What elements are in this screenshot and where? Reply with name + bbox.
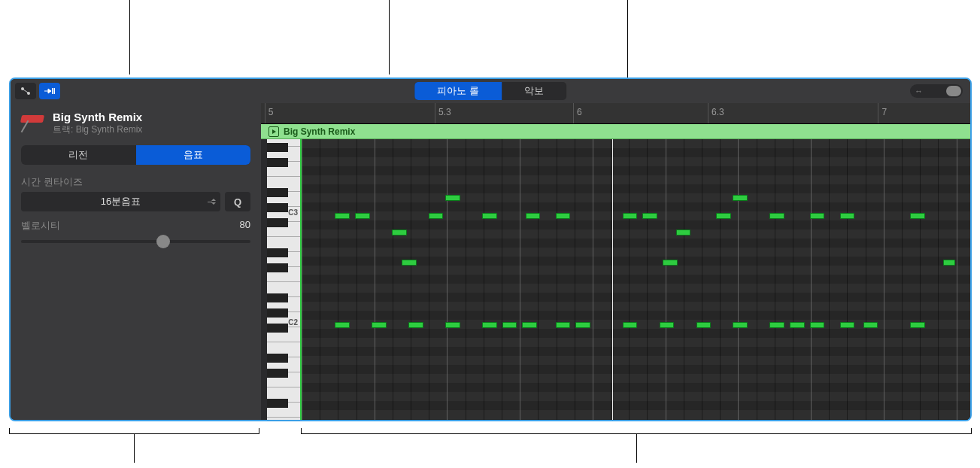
midi-note[interactable] [335, 213, 350, 219]
region-header-name: Big Synth Remix [284, 126, 355, 137]
midi-note[interactable] [769, 213, 784, 219]
midi-note[interactable] [623, 213, 638, 219]
view-piano-roll-tab[interactable]: 피아노 롤 [414, 82, 502, 100]
midi-note[interactable] [696, 322, 711, 328]
midi-note[interactable] [445, 195, 460, 201]
editor-toolbar: 피아노 롤 악보 [11, 79, 970, 103]
midi-note[interactable] [522, 322, 537, 328]
midi-note[interactable] [790, 322, 805, 328]
midi-note[interactable] [526, 213, 541, 219]
inspector-mode-segment: 리전 음표 [21, 145, 250, 165]
midi-note[interactable] [372, 322, 387, 328]
midi-note[interactable] [642, 213, 657, 219]
play-icon [269, 126, 279, 137]
track-subtitle: 트랙: Big Synth Remix [53, 123, 142, 136]
segment-region[interactable]: 리전 [21, 145, 136, 165]
timeline-ruler[interactable]: 55.366.37 [261, 103, 970, 124]
quantize-apply-button[interactable]: Q [225, 192, 250, 211]
region-header[interactable]: Big Synth Remix [261, 124, 970, 139]
midi-note[interactable] [943, 260, 955, 266]
velocity-slider[interactable] [21, 240, 250, 243]
key-label-c2: C2 [288, 318, 298, 327]
midi-note[interactable] [910, 213, 925, 219]
midi-note[interactable] [676, 229, 691, 236]
midi-note[interactable] [575, 322, 590, 328]
midi-note[interactable] [502, 322, 517, 328]
catch-playhead-button[interactable] [15, 83, 36, 99]
callout-bracket [301, 428, 972, 434]
midi-note[interactable] [408, 322, 423, 328]
view-switch: 피아노 롤 악보 [414, 82, 566, 100]
time-quantize-value: 16분음표 [101, 195, 141, 208]
midi-note[interactable] [556, 213, 571, 219]
horizontal-auto-zoom-toggle[interactable] [910, 84, 963, 98]
midi-in-button[interactable] [39, 83, 60, 99]
ruler-tick: 6.3 [708, 103, 724, 123]
playhead[interactable] [612, 139, 613, 420]
midi-note[interactable] [482, 213, 497, 219]
time-quantize-select[interactable]: 16분음표 [21, 192, 220, 211]
midi-note[interactable] [810, 213, 825, 219]
segment-notes[interactable]: 음표 [136, 145, 251, 165]
piano-roll-editor: 피아노 롤 악보 Big Synth Remix 트랙: Big Synth R… [9, 77, 972, 421]
velocity-label: 벨로시티 [21, 219, 60, 232]
midi-note[interactable] [863, 322, 878, 328]
svg-rect-3 [54, 88, 56, 94]
callout-line [129, 0, 130, 74]
midi-note[interactable] [769, 322, 784, 328]
callout-line [134, 434, 135, 463]
midi-note[interactable] [429, 213, 444, 219]
instrument-icon [21, 114, 45, 133]
midi-note[interactable] [810, 322, 825, 328]
midi-note[interactable] [335, 322, 350, 328]
view-score-tab[interactable]: 악보 [502, 82, 566, 100]
ruler-tick: 5 [265, 103, 274, 123]
midi-note[interactable] [840, 322, 855, 328]
midi-note[interactable] [663, 260, 678, 266]
midi-note[interactable] [660, 322, 675, 328]
ruler-tick: 7 [878, 103, 887, 123]
midi-note[interactable] [716, 213, 731, 219]
svg-rect-2 [52, 88, 53, 94]
ruler-tick: 6 [573, 103, 582, 123]
callout-bracket [9, 428, 259, 434]
note-grid[interactable] [302, 139, 970, 420]
piano-roll-area: 55.366.37 Big Synth Remix C3C2 [261, 103, 970, 420]
midi-note[interactable] [910, 322, 925, 328]
midi-note[interactable] [482, 322, 497, 328]
velocity-value: 80 [240, 219, 250, 232]
ruler-tick: 5.3 [435, 103, 451, 123]
midi-note[interactable] [840, 213, 855, 219]
midi-note[interactable] [445, 322, 460, 328]
inspector-panel: Big Synth Remix 트랙: Big Synth Remix 리전 음… [11, 103, 261, 420]
region-title: Big Synth Remix [53, 111, 142, 123]
midi-note[interactable] [733, 322, 748, 328]
midi-note[interactable] [392, 229, 407, 236]
midi-note[interactable] [623, 322, 638, 328]
time-quantize-label: 시간 퀀타이즈 [21, 175, 250, 189]
piano-keyboard[interactable]: C3C2 [261, 139, 302, 420]
key-label-c3: C3 [288, 208, 298, 217]
callout-line [389, 0, 390, 74]
midi-note[interactable] [556, 322, 571, 328]
midi-note[interactable] [402, 260, 417, 266]
callout-line [636, 434, 637, 463]
midi-note[interactable] [355, 213, 370, 219]
midi-note[interactable] [733, 195, 748, 201]
